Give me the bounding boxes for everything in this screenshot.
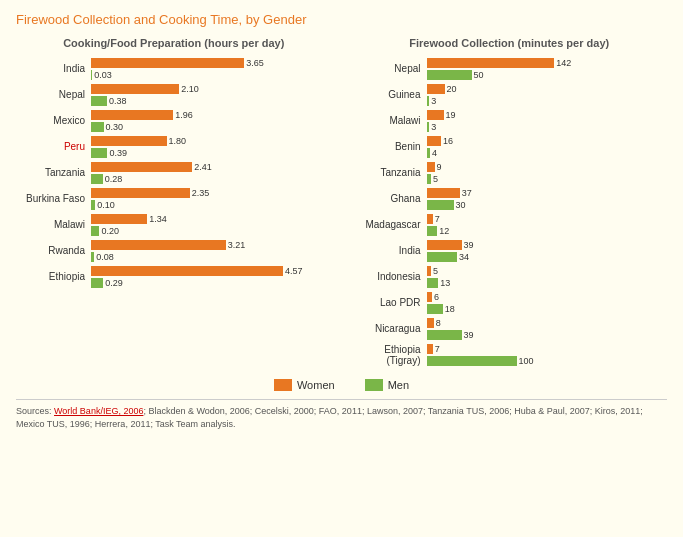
women-value: 8 <box>436 318 441 328</box>
men-bar-line: 4 <box>427 147 668 158</box>
men-value: 18 <box>445 304 455 314</box>
bars-group: 839 <box>427 317 668 340</box>
bar-label: Benin <box>352 141 427 152</box>
women-bar <box>91 136 167 146</box>
bars-group: 3.650.03 <box>91 57 332 80</box>
men-bar <box>91 252 94 262</box>
bars-group: 193 <box>427 109 668 132</box>
women-bar <box>427 214 433 224</box>
bar-label: Indonesia <box>352 271 427 282</box>
women-bar <box>91 188 190 198</box>
bars-group: 712 <box>427 213 668 236</box>
bars-group: 164 <box>427 135 668 158</box>
women-bar <box>427 110 444 120</box>
bar-label: India <box>352 245 427 256</box>
bar-row: India3.650.03 <box>16 57 332 80</box>
women-value: 3.21 <box>228 240 246 250</box>
women-bar <box>427 84 445 94</box>
men-bar <box>427 70 472 80</box>
women-bar-line: 9 <box>427 161 668 172</box>
women-value: 9 <box>437 162 442 172</box>
men-bar-line: 30 <box>427 199 668 210</box>
women-bar-line: 3.21 <box>91 239 332 250</box>
women-value: 142 <box>556 58 571 68</box>
men-bar <box>91 96 107 106</box>
women-bar <box>91 162 192 172</box>
women-value: 1.34 <box>149 214 167 224</box>
bar-row: India3934 <box>352 239 668 262</box>
men-value: 34 <box>459 252 469 262</box>
bars-group: 1.340.20 <box>91 213 332 236</box>
men-bar-line: 100 <box>427 355 668 366</box>
women-bar-line: 2.10 <box>91 83 332 94</box>
men-bar <box>427 174 432 184</box>
women-value: 6 <box>434 292 439 302</box>
women-value: 19 <box>446 110 456 120</box>
source-link[interactable]: World Bank/IEG, 2006 <box>54 406 143 416</box>
bar-label: Ethiopia <box>16 271 91 282</box>
men-bar-line: 0.38 <box>91 95 332 106</box>
bar-label: Mexico <box>16 115 91 126</box>
men-value: 0.08 <box>96 252 114 262</box>
bars-group: 2.410.28 <box>91 161 332 184</box>
women-bar <box>427 162 435 172</box>
women-bar-line: 8 <box>427 317 668 328</box>
bar-row: Tanzania95 <box>352 161 668 184</box>
bar-label: Malawi <box>16 219 91 230</box>
women-value: 2.41 <box>194 162 212 172</box>
men-value: 3 <box>431 122 436 132</box>
women-bar-line: 1.34 <box>91 213 332 224</box>
bars-group: 2.100.38 <box>91 83 332 106</box>
bar-label: Peru <box>16 141 91 152</box>
bar-row: Nepal2.100.38 <box>16 83 332 106</box>
bar-label: Malawi <box>352 115 427 126</box>
women-bar-line: 16 <box>427 135 668 146</box>
men-bar <box>427 96 430 106</box>
men-bar-line: 0.08 <box>91 251 332 262</box>
women-value: 1.80 <box>169 136 187 146</box>
bars-group: 1.800.39 <box>91 135 332 158</box>
women-bar <box>91 84 179 94</box>
firewood-chart: Firewood Collection (minutes per day) Ne… <box>352 37 668 369</box>
women-bar-line: 5 <box>427 265 668 276</box>
bars-group: 3934 <box>427 239 668 262</box>
women-bar <box>91 240 226 250</box>
women-value: 7 <box>435 344 440 354</box>
bars-group: 203 <box>427 83 668 106</box>
men-value: 0.29 <box>105 278 123 288</box>
women-value: 5 <box>433 266 438 276</box>
bar-label: India <box>16 63 91 74</box>
bars-group: 3.210.08 <box>91 239 332 262</box>
chart-title: Firewood Collection and Cooking Time, by… <box>16 12 667 27</box>
women-value: 39 <box>464 240 474 250</box>
men-bar <box>91 278 103 288</box>
women-swatch <box>274 379 292 391</box>
men-bar-line: 0.28 <box>91 173 332 184</box>
men-bar-line: 18 <box>427 303 668 314</box>
men-value: 0.20 <box>101 226 119 236</box>
men-bar <box>91 122 104 132</box>
bars-group: 513 <box>427 265 668 288</box>
bar-row: Indonesia513 <box>352 265 668 288</box>
bar-row: Benin164 <box>352 135 668 158</box>
women-value: 1.96 <box>175 110 193 120</box>
men-value: 3 <box>431 96 436 106</box>
men-value: 0.38 <box>109 96 127 106</box>
men-bar-line: 0.20 <box>91 225 332 236</box>
cooking-subtitle: Cooking/Food Preparation (hours per day) <box>16 37 332 49</box>
men-value: 30 <box>456 200 466 210</box>
bar-label: Tanzania <box>16 167 91 178</box>
women-bar-line: 2.35 <box>91 187 332 198</box>
bars-group: 2.350.10 <box>91 187 332 210</box>
men-bar-line: 0.30 <box>91 121 332 132</box>
men-bar <box>427 278 439 288</box>
bar-label: Rwanda <box>16 245 91 256</box>
bar-label: Nepal <box>352 63 427 74</box>
men-value: 12 <box>439 226 449 236</box>
men-bar-line: 0.03 <box>91 69 332 80</box>
women-bar <box>427 58 555 68</box>
bar-label: Nepal <box>16 89 91 100</box>
women-value: 3.65 <box>246 58 264 68</box>
men-bar <box>427 122 430 132</box>
men-bar <box>427 252 458 262</box>
